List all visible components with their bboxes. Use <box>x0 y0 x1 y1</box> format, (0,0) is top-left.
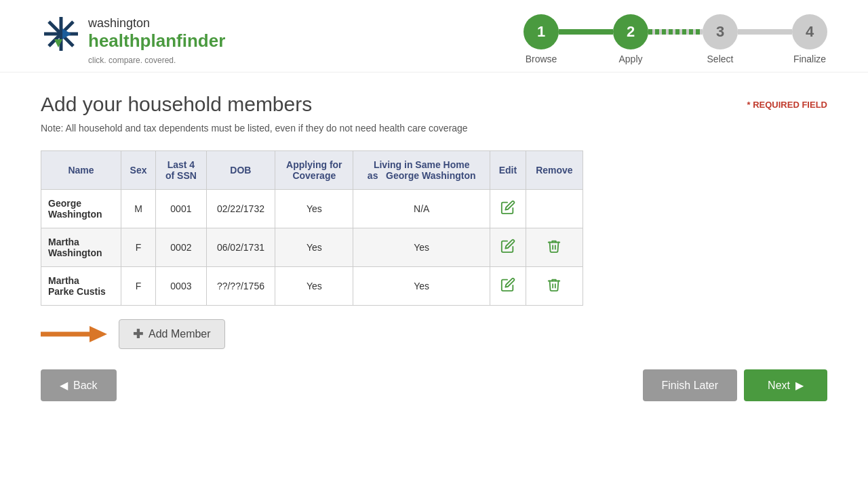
arrow-icon <box>41 322 108 346</box>
page-title: Add your household members <box>41 93 312 116</box>
member-same-home-2: Yes <box>353 228 490 267</box>
member-remove-2[interactable] <box>526 228 583 267</box>
logo-container: washington healthplanfinder <box>41 14 225 54</box>
back-button[interactable]: ◀ Back <box>41 369 117 401</box>
member-remove-3[interactable] <box>526 267 583 306</box>
logo-icon <box>41 14 81 54</box>
col-same-home: Living in Same Homeas George Washington <box>353 151 490 190</box>
member-sex-1: M <box>121 190 155 228</box>
right-button-group: Finish Later Next ▶ <box>643 369 828 401</box>
connector-3-4 <box>738 29 792 35</box>
main-content: Add your household members * REQUIRED FI… <box>0 73 868 422</box>
add-member-row: ✚ Add Member <box>41 319 827 349</box>
logo-tagline: click. compare. covered. <box>88 56 225 65</box>
member-name-1: GeorgeWashington <box>41 190 121 228</box>
step-select: 3 Select <box>703 14 738 64</box>
trash-icon <box>547 277 561 292</box>
step-apply: 2 Apply <box>613 14 648 64</box>
page-title-row: Add your household members * REQUIRED FI… <box>41 93 827 116</box>
arrow-indicator <box>41 322 108 346</box>
member-name-3: MarthaParke Custis <box>41 267 121 306</box>
header: washington healthplanfinder click. compa… <box>0 0 868 73</box>
step-circle-4: 4 <box>792 14 827 49</box>
step-finalize: 4 Finalize <box>792 14 827 64</box>
required-field-label: * REQUIRED FIELD <box>747 100 827 110</box>
members-table: Name Sex Last 4of SSN DOB Applying forCo… <box>41 150 583 306</box>
next-button[interactable]: Next ▶ <box>744 369 827 401</box>
step-circle-2: 2 <box>613 14 648 49</box>
member-dob-2: 06/02/1731 <box>206 228 275 267</box>
member-ssn-3: 0003 <box>156 267 207 306</box>
member-coverage-1: Yes <box>275 190 353 228</box>
logo-washington: washington <box>88 16 225 30</box>
step-circle-3: 3 <box>703 14 738 49</box>
add-member-button[interactable]: ✚ Add Member <box>119 319 225 349</box>
finish-later-label: Finish Later <box>662 380 719 391</box>
logo-healthplan: healthplanfinder <box>88 30 225 52</box>
next-chevron-icon: ▶ <box>795 379 804 392</box>
edit-button-3[interactable] <box>500 277 515 296</box>
trash-icon <box>547 239 561 253</box>
col-dob: DOB <box>206 151 275 190</box>
edit-button-1[interactable] <box>500 200 515 218</box>
col-name: Name <box>41 151 121 190</box>
member-remove-1 <box>526 190 583 228</box>
edit-icon <box>500 277 515 292</box>
edit-button-2[interactable] <box>500 239 515 257</box>
logo-area: washington healthplanfinder click. compa… <box>41 14 225 65</box>
col-sex: Sex <box>121 151 155 190</box>
remove-button-3[interactable] <box>547 277 561 296</box>
col-remove: Remove <box>526 151 583 190</box>
member-sex-3: F <box>121 267 155 306</box>
svg-marker-7 <box>90 326 107 342</box>
member-name-2: MarthaWashington <box>41 228 121 267</box>
member-sex-2: F <box>121 228 155 267</box>
edit-icon <box>500 239 515 253</box>
next-label: Next <box>768 380 790 392</box>
col-ssn: Last 4of SSN <box>156 151 207 190</box>
table-header-row: Name Sex Last 4of SSN DOB Applying forCo… <box>41 151 583 190</box>
table-row: MarthaParke Custis F 0003 ??/??/1756 Yes… <box>41 267 583 306</box>
step-circle-1: 1 <box>524 14 559 49</box>
member-coverage-2: Yes <box>275 228 353 267</box>
progress-steps: 1 Browse 2 Apply 3 Select 4 Finalize <box>524 14 827 64</box>
step-browse: 1 Browse <box>524 14 559 64</box>
member-edit-2[interactable] <box>490 228 526 267</box>
add-member-label: Add Member <box>149 328 211 340</box>
back-label: Back <box>73 380 98 392</box>
connector-2-3 <box>648 29 703 35</box>
member-same-home-1: N/A <box>353 190 490 228</box>
logo-text: washington healthplanfinder <box>88 16 225 52</box>
remove-button-2[interactable] <box>547 239 561 257</box>
finish-later-button[interactable]: Finish Later <box>643 369 738 401</box>
member-edit-1[interactable] <box>490 190 526 228</box>
bottom-buttons: ◀ Back Finish Later Next ▶ <box>41 369 827 401</box>
member-same-home-3: Yes <box>353 267 490 306</box>
back-chevron-icon: ◀ <box>60 379 68 392</box>
member-edit-3[interactable] <box>490 267 526 306</box>
plus-icon: ✚ <box>133 327 143 342</box>
member-ssn-2: 0002 <box>156 228 207 267</box>
step-label-finalize: Finalize <box>793 54 826 64</box>
member-dob-1: 02/22/1732 <box>206 190 275 228</box>
table-row: MarthaWashington F 0002 06/02/1731 Yes Y… <box>41 228 583 267</box>
step-label-browse: Browse <box>526 54 557 64</box>
member-ssn-1: 0001 <box>156 190 207 228</box>
step-label-select: Select <box>707 54 734 64</box>
col-coverage: Applying forCoverage <box>275 151 353 190</box>
step-label-apply: Apply <box>618 54 642 64</box>
edit-icon <box>500 200 515 215</box>
member-coverage-3: Yes <box>275 267 353 306</box>
connector-1-2 <box>559 29 613 35</box>
note-text: Note: All household and tax dependents m… <box>41 123 827 134</box>
member-dob-3: ??/??/1756 <box>206 267 275 306</box>
table-row: GeorgeWashington M 0001 02/22/1732 Yes N… <box>41 190 583 228</box>
col-edit: Edit <box>490 151 526 190</box>
